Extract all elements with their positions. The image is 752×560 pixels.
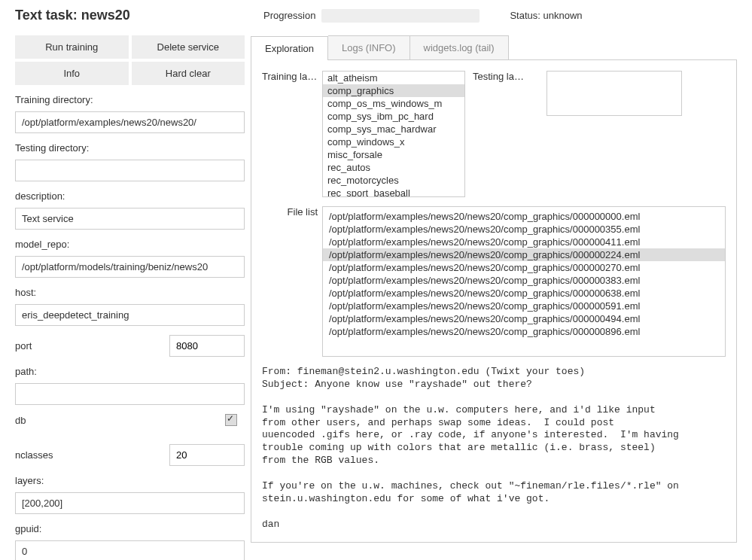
training-label-item[interactable]: comp_os_ms_windows_m	[323, 97, 464, 110]
training-label-item[interactable]: comp_graphics	[323, 84, 464, 97]
port-input[interactable]	[169, 335, 245, 357]
training-label-item[interactable]: comp_sys_mac_hardwar	[323, 123, 464, 135]
training-label-item[interactable]: rec_sport_baseball	[323, 187, 464, 197]
status-text: Status: unknown	[510, 10, 582, 21]
training-directory-label: Training directory:	[15, 94, 245, 105]
testing-directory-input[interactable]	[15, 160, 245, 181]
file-list-item[interactable]: /opt/platform/examples/news20/news20/com…	[323, 261, 725, 274]
training-directory-input[interactable]	[15, 111, 245, 133]
model-repo-input[interactable]	[15, 256, 245, 278]
tab-logs[interactable]: Logs (INFO)	[328, 35, 410, 59]
file-list-label: File list	[262, 206, 322, 357]
layers-input[interactable]	[15, 492, 245, 514]
delete-service-button[interactable]: Delete service	[132, 35, 245, 59]
gpuid-input[interactable]	[15, 540, 245, 560]
layers-label: layers:	[15, 475, 245, 486]
training-label-item[interactable]: comp_sys_ibm_pc_hard	[323, 110, 464, 123]
file-list-listbox[interactable]: /opt/platform/examples/news20/news20/com…	[322, 206, 726, 357]
file-list-item[interactable]: /opt/platform/examples/news20/news20/com…	[323, 274, 725, 287]
db-label: db	[15, 415, 26, 426]
info-button[interactable]: Info	[15, 62, 129, 85]
progression-label: Progression	[263, 10, 315, 21]
training-label-item[interactable]: rec_motorcycles	[323, 174, 464, 187]
host-label: host:	[15, 287, 245, 298]
description-label: description:	[15, 190, 245, 202]
file-list-item[interactable]: /opt/platform/examples/news20/news20/com…	[323, 223, 725, 236]
testing-labels-label: Testing labels	[473, 71, 533, 197]
db-checkbox[interactable]	[225, 414, 237, 426]
training-label-item[interactable]: rec_autos	[323, 161, 464, 174]
training-label-item[interactable]: alt_atheism	[323, 72, 464, 84]
file-content-preview: From: fineman@stein2.u.washington.edu (T…	[262, 366, 726, 531]
model-repo-label: model_repo:	[15, 239, 245, 250]
file-list-item[interactable]: /opt/platform/examples/news20/news20/com…	[323, 325, 725, 338]
training-labels-label: Training la…	[262, 71, 322, 197]
description-input[interactable]	[15, 208, 245, 230]
file-list-item[interactable]: /opt/platform/examples/news20/news20/com…	[323, 312, 725, 325]
file-list-item[interactable]: /opt/platform/examples/news20/news20/com…	[323, 287, 725, 300]
nclasses-input[interactable]	[169, 444, 245, 466]
tab-exploration[interactable]: Exploration	[251, 36, 328, 60]
file-list-item[interactable]: /opt/platform/examples/news20/news20/com…	[323, 300, 725, 312]
training-label-item[interactable]: misc_forsale	[323, 148, 464, 161]
hard-clear-button[interactable]: Hard clear	[132, 62, 245, 85]
port-label: port	[15, 340, 32, 352]
testing-directory-label: Testing directory:	[15, 142, 245, 154]
run-training-button[interactable]: Run training	[15, 35, 129, 59]
page-title: Text task: news20	[15, 8, 263, 23]
tab-widgets-log[interactable]: widgets.log (tail)	[410, 35, 509, 59]
training-label-item[interactable]: comp_windows_x	[323, 135, 464, 148]
file-list-item[interactable]: /opt/platform/examples/news20/news20/com…	[323, 210, 725, 223]
host-input[interactable]	[15, 304, 245, 326]
file-list-item[interactable]: /opt/platform/examples/news20/news20/com…	[323, 236, 725, 248]
training-labels-listbox[interactable]: alt_atheismcomp_graphicscomp_os_ms_windo…	[322, 71, 465, 197]
status-label: Status:	[510, 10, 540, 21]
gpuid-label: gpuid:	[15, 523, 245, 534]
testing-labels-listbox[interactable]	[546, 71, 682, 116]
path-label: path:	[15, 366, 245, 377]
progress-bar	[321, 9, 480, 23]
nclasses-label: nclasses	[15, 449, 53, 461]
file-list-item[interactable]: /opt/platform/examples/news20/news20/com…	[323, 248, 725, 261]
status-value: unknown	[543, 10, 582, 21]
path-input[interactable]	[15, 383, 245, 405]
